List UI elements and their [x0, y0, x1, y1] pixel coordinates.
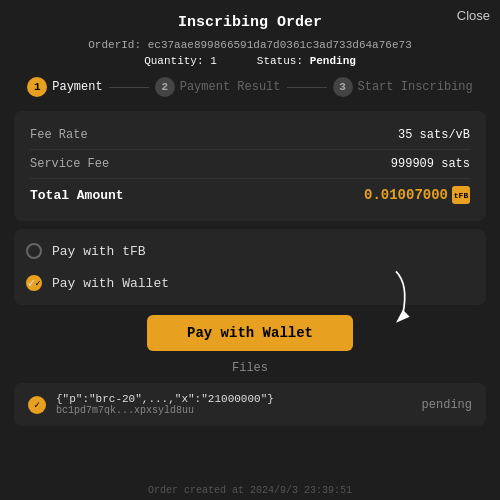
step-3-label: Start Inscribing — [358, 80, 473, 94]
total-amount-row: Total Amount 0.01007000 tFB — [30, 179, 470, 211]
steps-bar: 1 Payment 2 Payment Result 3 Start Inscr… — [0, 77, 500, 97]
quantity-value: 1 — [210, 55, 217, 67]
total-amount-value: 0.01007000 tFB — [364, 186, 470, 204]
fee-rate-value: 35 sats/vB — [398, 128, 470, 142]
fee-rate-label: Fee Rate — [30, 128, 88, 142]
file-check-icon: ✓ — [28, 396, 46, 414]
step-payment-result: 2 Payment Result — [155, 77, 281, 97]
pay-wallet-label: Pay with Wallet — [52, 276, 169, 291]
payment-options: Pay with tFB ✓ Pay with Wallet — [14, 229, 486, 305]
file-status: pending — [422, 398, 472, 412]
file-hash: bc1pd7m7qk...xpxsyld8uu — [56, 405, 274, 416]
file-content: {"p":"brc-20",...,"x":"21000000"} — [56, 393, 274, 405]
service-fee-label: Service Fee — [30, 157, 109, 171]
fee-rate-row: Fee Rate 35 sats/vB — [30, 121, 470, 150]
modal-title: Inscribing Order — [0, 0, 500, 39]
inscribing-order-modal: Close Inscribing Order OrderId: ec37aae8… — [0, 0, 500, 500]
fee-section: Fee Rate 35 sats/vB Service Fee 999909 s… — [14, 111, 486, 221]
close-button[interactable]: Close — [457, 8, 490, 23]
order-meta: Quantity: 1 Status: Pending — [0, 55, 500, 67]
step-start-inscribing: 3 Start Inscribing — [333, 77, 473, 97]
step-line-1 — [109, 87, 149, 88]
radio-wallet: ✓ — [26, 275, 42, 291]
order-id-value: ec37aae899866591da7d0361c3ad733d64a76e73 — [148, 39, 412, 51]
step-payment: 1 Payment — [27, 77, 102, 97]
radio-tfb — [26, 243, 42, 259]
file-text: {"p":"brc-20",...,"x":"21000000"} bc1pd7… — [56, 393, 274, 416]
service-fee-value: 999909 sats — [391, 157, 470, 171]
file-item: ✓ {"p":"brc-20",...,"x":"21000000"} bc1p… — [14, 383, 486, 426]
service-fee-row: Service Fee 999909 sats — [30, 150, 470, 179]
pay-option-tfb[interactable]: Pay with tFB — [26, 235, 474, 267]
pay-with-wallet-button[interactable]: Pay with Wallet — [147, 315, 353, 351]
pay-button-container: Pay with Wallet — [0, 315, 500, 351]
status-badge: Pending — [310, 55, 356, 67]
step-2-label: Payment Result — [180, 80, 281, 94]
step-3-circle: 3 — [333, 77, 353, 97]
order-id-label: OrderId: — [88, 39, 141, 51]
footer: Order created at 2024/9/3 23:39:51 — [0, 479, 500, 500]
step-1-label: Payment — [52, 80, 102, 94]
pay-tfb-label: Pay with tFB — [52, 244, 146, 259]
total-amount-label: Total Amount — [30, 188, 124, 203]
order-id-row: OrderId: ec37aae899866591da7d0361c3ad733… — [0, 39, 500, 51]
pay-option-wallet[interactable]: ✓ Pay with Wallet — [26, 267, 474, 299]
files-section-label: Files — [0, 361, 500, 375]
status-row: Status: Pending — [257, 55, 356, 67]
step-1-circle: 1 — [27, 77, 47, 97]
step-2-circle: 2 — [155, 77, 175, 97]
tfb-icon: tFB — [452, 186, 470, 204]
step-line-2 — [287, 87, 327, 88]
quantity-label: Quantity: 1 — [144, 55, 217, 67]
file-left: ✓ {"p":"brc-20",...,"x":"21000000"} bc1p… — [28, 393, 274, 416]
